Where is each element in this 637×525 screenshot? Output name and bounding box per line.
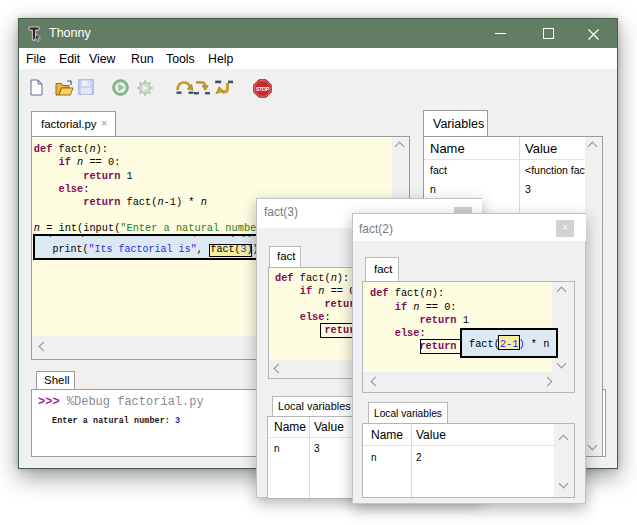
svg-text:STOP: STOP xyxy=(256,86,270,92)
